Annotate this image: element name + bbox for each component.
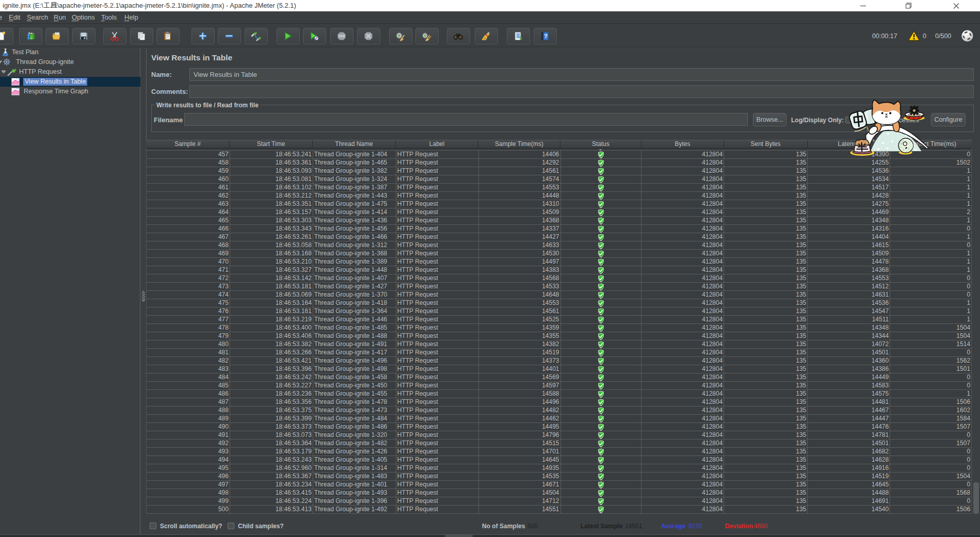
svg-text:STOP: STOP — [339, 35, 345, 38]
svg-text:?: ? — [544, 33, 548, 39]
